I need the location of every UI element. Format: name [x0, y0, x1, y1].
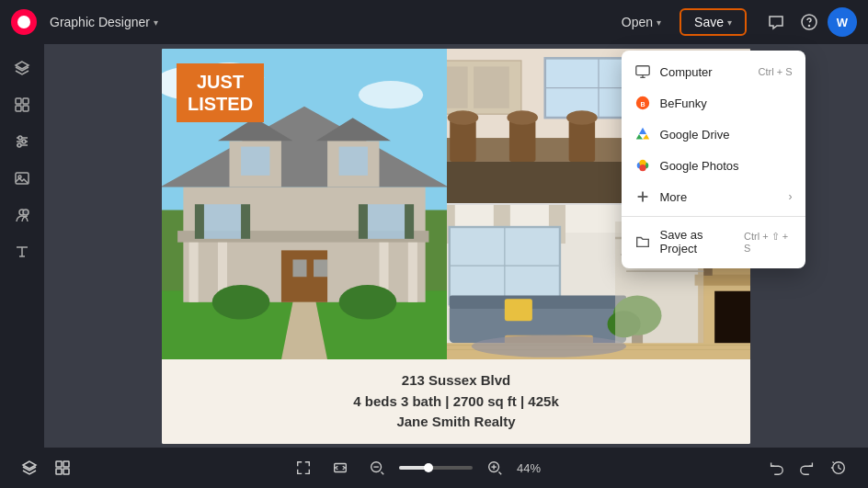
svg-rect-56: [405, 204, 414, 239]
redo-icon[interactable]: [793, 453, 822, 482]
fullscreen-icon[interactable]: [289, 453, 318, 482]
zoom-in-icon[interactable]: [480, 453, 509, 482]
save-container: Save ▾ Computer Ctrl + S B: [680, 8, 747, 36]
svg-rect-114: [63, 469, 69, 474]
save-more-label: More: [660, 190, 688, 204]
sidebar-layers-icon[interactable]: [6, 51, 39, 85]
svg-rect-16: [23, 98, 29, 104]
save-gphotos-label: Google Photos: [660, 159, 739, 173]
svg-rect-111: [56, 461, 62, 467]
sidebar-grid-icon[interactable]: [6, 88, 39, 121]
avatar-button[interactable]: W: [828, 7, 857, 37]
svg-line-118: [382, 472, 384, 475]
svg-point-28: [23, 210, 29, 215]
svg-rect-15: [16, 98, 21, 104]
svg-rect-89: [450, 295, 626, 308]
svg-rect-55: [359, 204, 368, 239]
save-gdrive-item[interactable]: Google Drive: [622, 119, 805, 150]
dropdown-divider: [622, 216, 805, 217]
just-listed-badge: JUST LISTED: [177, 63, 264, 122]
svg-rect-113: [56, 469, 62, 474]
layers-toolbar-icon[interactable]: [15, 453, 44, 482]
svg-rect-0: [635, 66, 648, 75]
plus-icon: [634, 188, 651, 205]
save-more-item[interactable]: More ›: [622, 181, 805, 212]
svg-point-23: [22, 140, 26, 143]
befunky-icon: B: [634, 95, 651, 111]
svg-point-73: [507, 110, 538, 125]
help-icon-button[interactable]: [794, 7, 824, 37]
sidebar-text-icon[interactable]: [6, 235, 39, 268]
svg-rect-70: [450, 119, 475, 161]
svg-marker-6: [643, 134, 649, 139]
caption-address: 213 Sussex Blvd 4 beds 3 bath | 2700 sq …: [177, 370, 736, 433]
zoom-slider-thumb: [424, 463, 433, 472]
svg-rect-54: [241, 204, 250, 239]
sidebar-person-icon[interactable]: [6, 199, 39, 232]
svg-rect-51: [200, 204, 245, 239]
svg-rect-46: [408, 238, 417, 301]
house-photo-panel: JUST LISTED: [162, 49, 447, 360]
save-befunky-item[interactable]: B BeFunky: [622, 87, 805, 119]
sidebar-adjust-icon[interactable]: [6, 125, 39, 158]
address-line3: Jane Smith Realty: [177, 412, 736, 433]
address-line2: 4 beds 3 bath | 2700 sq ft | 425k: [177, 392, 736, 413]
more-arrow-icon: ›: [789, 190, 793, 203]
svg-line-122: [499, 472, 502, 475]
save-chevron-icon: ▾: [727, 17, 732, 28]
save-computer-label: Computer: [660, 65, 713, 79]
svg-point-59: [339, 285, 397, 320]
app-name-button[interactable]: Graphic Designer ▾: [44, 11, 164, 33]
zoom-out-icon[interactable]: [362, 453, 392, 482]
badge-line2: LISTED: [188, 93, 253, 115]
app-name-label: Graphic Designer: [50, 15, 150, 29]
svg-rect-52: [364, 204, 408, 239]
open-label: Open: [622, 15, 653, 29]
bottom-toolbar: 44%: [0, 448, 868, 488]
svg-point-14: [809, 26, 810, 27]
svg-point-106: [472, 335, 626, 357]
undo-icon[interactable]: [761, 453, 791, 482]
svg-rect-63: [447, 66, 468, 108]
svg-rect-41: [241, 146, 269, 175]
svg-marker-4: [638, 128, 645, 134]
zoom-slider[interactable]: [399, 466, 473, 470]
fit-icon[interactable]: [326, 453, 355, 482]
svg-point-24: [17, 143, 21, 147]
svg-point-32: [359, 81, 423, 108]
save-project-label: Save as Project: [660, 228, 736, 255]
zoom-controls: 44%: [289, 453, 550, 482]
save-gphotos-item[interactable]: Google Photos: [622, 150, 805, 181]
svg-rect-112: [63, 461, 69, 467]
folder-icon: [634, 233, 651, 250]
save-label: Save: [694, 15, 724, 29]
grid-toolbar-icon[interactable]: [48, 453, 77, 482]
svg-rect-18: [23, 106, 29, 111]
avatar-letter: W: [837, 16, 848, 29]
chat-icon-button[interactable]: [761, 7, 791, 37]
svg-point-10: [639, 165, 645, 171]
logo-button[interactable]: [11, 9, 37, 35]
svg-rect-72: [509, 119, 535, 161]
save-computer-shortcut: Ctrl + S: [759, 66, 793, 77]
svg-point-75: [566, 110, 598, 125]
svg-marker-5: [635, 134, 642, 139]
address-line1: 213 Sussex Blvd: [177, 370, 736, 392]
right-bottom-buttons: [761, 453, 853, 482]
open-button[interactable]: Open ▾: [611, 9, 672, 35]
svg-text:B: B: [640, 100, 645, 108]
save-dropdown: Computer Ctrl + S B BeFunky: [622, 51, 805, 268]
svg-point-22: [18, 136, 22, 140]
save-befunky-label: BeFunky: [660, 96, 707, 110]
canvas-caption: 213 Sussex Blvd 4 beds 3 bath | 2700 sq …: [162, 359, 750, 444]
monitor-icon: [634, 63, 651, 80]
save-gdrive-label: Google Drive: [660, 128, 730, 142]
save-button[interactable]: Save ▾: [680, 8, 747, 36]
history-icon[interactable]: [824, 453, 853, 482]
sidebar-image-icon[interactable]: [6, 162, 39, 195]
save-computer-item[interactable]: Computer Ctrl + S: [622, 56, 805, 87]
save-project-shortcut: Ctrl + ⇧ + S: [744, 231, 792, 254]
svg-rect-64: [474, 66, 509, 108]
svg-rect-53: [195, 204, 204, 239]
save-project-item[interactable]: Save as Project Ctrl + ⇧ + S: [622, 221, 805, 263]
